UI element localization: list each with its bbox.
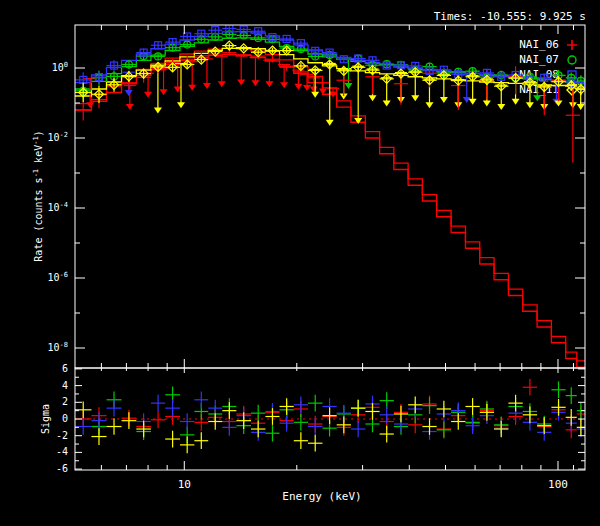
svg-text:10-4: 10-4 [48, 201, 68, 213]
spectral-plot-canvas: 1010010010-210-410-610-86420-2-4-6 [0, 0, 600, 526]
svg-text:4: 4 [62, 380, 68, 391]
svg-text:100: 100 [548, 478, 568, 491]
svg-text:10-8: 10-8 [48, 341, 68, 353]
top-panel-data [75, 25, 587, 367]
svg-text:-4: -4 [56, 446, 68, 457]
svg-text:0: 0 [62, 413, 68, 424]
svg-text:10: 10 [178, 478, 191, 491]
svg-text:100: 100 [52, 61, 68, 73]
sigma-panel-data [75, 379, 585, 453]
svg-text:6: 6 [62, 363, 68, 374]
plot-root: Times: -10.555: 9.925 s NAI_06 NAI_07 NA… [0, 0, 600, 526]
svg-text:2: 2 [62, 396, 68, 407]
svg-text:10-2: 10-2 [48, 131, 68, 143]
svg-text:-6: -6 [56, 463, 68, 474]
svg-text:10-6: 10-6 [48, 271, 68, 283]
svg-text:-2: -2 [56, 430, 68, 441]
